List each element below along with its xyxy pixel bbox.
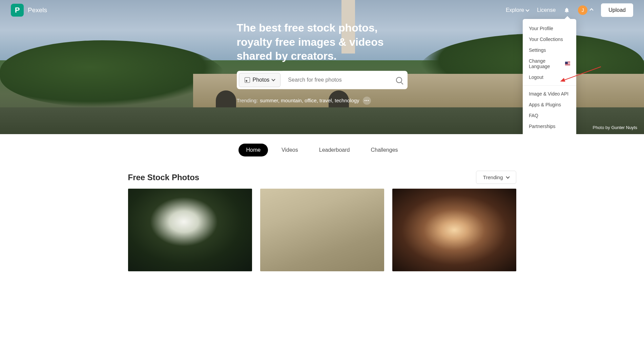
category-tabs: HomeVideosLeaderboardChallenges: [0, 134, 644, 166]
trending-link[interactable]: travel: [319, 98, 332, 104]
sort-label: Trending: [483, 174, 503, 180]
search-input[interactable]: [283, 71, 390, 89]
sort-dropdown[interactable]: Trending: [476, 171, 516, 184]
trending-label: Trending:: [237, 98, 258, 104]
trending-link[interactable]: summer: [260, 98, 278, 104]
dropdown-item[interactable]: Logout: [523, 72, 576, 83]
hero-title: The best free stock photos, royalty free…: [237, 21, 408, 63]
dropdown-item[interactable]: Your Profile: [523, 23, 576, 34]
photo-credit: Photo by Gunter Nuyts: [593, 125, 637, 130]
photos-icon: [245, 77, 250, 83]
dropdown-item[interactable]: Imprint & Terms: [523, 132, 576, 134]
logo[interactable]: P Pexels: [11, 4, 47, 17]
gallery-photo[interactable]: [128, 189, 252, 271]
upload-button[interactable]: Upload: [601, 3, 633, 17]
dropdown-item[interactable]: FAQ: [523, 110, 576, 121]
search-category-dropdown[interactable]: Photos: [239, 73, 281, 87]
user-dropdown: Your ProfileYour CollectionsSettingsChan…: [523, 19, 576, 134]
dropdown-item[interactable]: Apps & Plugins: [523, 99, 576, 110]
more-trending-button[interactable]: [363, 97, 371, 105]
dropdown-item[interactable]: Settings: [523, 45, 576, 56]
tab-challenges[interactable]: Challenges: [363, 144, 406, 156]
tab-leaderboard[interactable]: Leaderboard: [312, 144, 357, 156]
dropdown-item[interactable]: Image & Video API: [523, 88, 576, 99]
chevron-up-icon: [590, 8, 594, 12]
search-icon: [396, 77, 402, 83]
gallery-photo[interactable]: [392, 189, 516, 271]
notifications-icon[interactable]: [564, 7, 570, 13]
gallery-photo[interactable]: [260, 189, 384, 271]
trending-link[interactable]: technology: [335, 98, 359, 104]
flag-us-icon: [565, 62, 570, 66]
search-bar: Photos: [237, 71, 408, 89]
trending-link[interactable]: mountain: [281, 98, 302, 104]
section-title: Free Stock Photos: [128, 173, 200, 182]
photo-credit-link[interactable]: Gunter Nuyts: [611, 125, 637, 130]
tab-home[interactable]: Home: [238, 144, 268, 156]
trending-row: Trending: summer, mountain, office, trav…: [237, 97, 408, 105]
dropdown-item[interactable]: Partnerships: [523, 121, 576, 132]
chevron-down-icon: [525, 8, 529, 12]
nav-license[interactable]: License: [537, 7, 556, 13]
logo-icon: P: [11, 4, 24, 17]
dropdown-item[interactable]: Change Language: [523, 56, 576, 72]
search-button[interactable]: [391, 71, 408, 89]
top-nav: P Pexels Explore License J Upload: [0, 0, 644, 20]
avatar: J: [578, 5, 587, 15]
section-header: Free Stock Photos Trending: [128, 166, 516, 189]
chevron-down-icon: [272, 78, 275, 81]
nav-explore[interactable]: Explore: [506, 7, 529, 13]
tab-videos[interactable]: Videos: [274, 144, 306, 156]
user-menu-trigger[interactable]: J: [578, 5, 593, 15]
dropdown-item[interactable]: Your Collections: [523, 34, 576, 45]
search-category-label: Photos: [253, 77, 270, 83]
dropdown-divider: [523, 85, 576, 86]
hero-content: The best free stock photos, royalty free…: [237, 21, 408, 105]
hero: P Pexels Explore License J Upload The be…: [0, 0, 644, 134]
nav-explore-label: Explore: [506, 7, 524, 13]
logo-text: Pexels: [28, 6, 47, 14]
chevron-down-icon: [506, 175, 510, 178]
trending-link[interactable]: office: [305, 98, 317, 104]
photo-gallery: [128, 189, 516, 285]
